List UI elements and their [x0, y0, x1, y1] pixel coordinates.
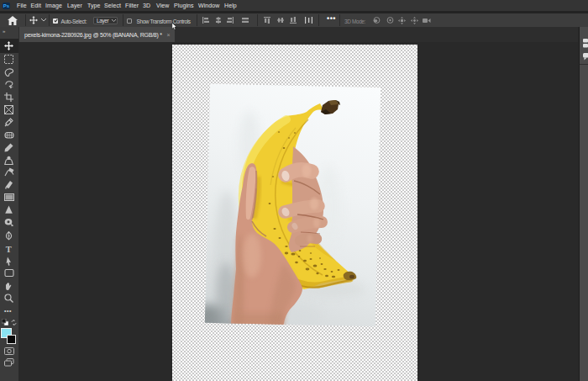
svg-text:T: T — [6, 245, 12, 254]
